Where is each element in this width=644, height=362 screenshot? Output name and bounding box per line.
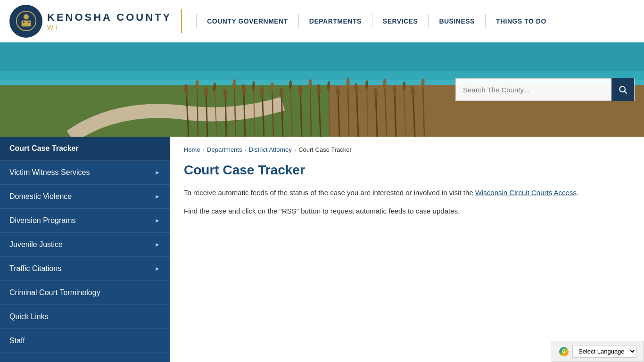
sidebar-label-domestic-violence: Domestic Violence: [9, 192, 72, 201]
sidebar-label-juvenile-justice: Juvenile Justice: [9, 240, 63, 249]
nav-departments[interactable]: DEPARTMENTS: [299, 0, 372, 42]
county-state: WI: [47, 24, 172, 31]
logo-text: KENOSHA COUNTY WI: [47, 11, 172, 31]
sidebar-item-diversion-programs[interactable]: Diversion Programs ►: [0, 209, 170, 233]
sidebar-item-victim-witness[interactable]: Victim Witness Services ►: [0, 161, 170, 185]
nav-divider-5: [557, 14, 557, 28]
sidebar-label-quick-links: Quick Links: [9, 313, 49, 321]
nav-services[interactable]: SERVICES: [372, 0, 429, 42]
chevron-right-icon: ►: [155, 241, 160, 248]
sidebar-label-court-case-tracker: Court Case Tracker: [9, 144, 79, 153]
breadcrumb-district-attorney[interactable]: District Attorney: [249, 146, 292, 153]
sidebar: Court Case Tracker Victim Witness Servic…: [0, 137, 170, 362]
sidebar-item-court-case-tracker[interactable]: Court Case Tracker: [0, 137, 170, 161]
svg-line-63: [625, 91, 627, 94]
sidebar-label-traffic-citations: Traffic Citations: [9, 264, 61, 273]
sidebar-item-criminal-court-terminology[interactable]: Criminal Court Terminology: [0, 281, 170, 305]
county-seal: [9, 5, 42, 38]
paragraph-2: Find the case and click on the "RSS" but…: [184, 206, 630, 217]
search-input[interactable]: [456, 86, 611, 94]
search-box: [455, 78, 635, 101]
svg-point-1: [24, 14, 29, 19]
sidebar-item-traffic-citations[interactable]: Traffic Citations ►: [0, 257, 170, 281]
sidebar-item-quick-links[interactable]: Quick Links: [0, 305, 170, 329]
breadcrumb-sep-3: ›: [294, 146, 296, 153]
google-g-icon: G: [559, 347, 569, 356]
sidebar-label-diversion-programs: Diversion Programs: [9, 216, 75, 225]
main-nav: COUNTY GOVERNMENT DEPARTMENTS SERVICES B…: [196, 0, 557, 42]
hero-banner: [0, 42, 644, 137]
paragraph-1-text-before: To receive automatic feeds of the status…: [184, 189, 475, 197]
breadcrumb-departments[interactable]: Departments: [207, 146, 242, 153]
svg-point-4: [28, 21, 30, 23]
chevron-right-icon: ►: [155, 193, 160, 200]
language-select[interactable]: Select Language Spanish French German Po…: [572, 345, 636, 358]
svg-point-3: [23, 21, 25, 23]
wca-link[interactable]: Wisconsin Circuit Courts Access: [475, 189, 577, 197]
translate-bar: G Select Language Spanish French German …: [552, 341, 644, 362]
chevron-right-icon: ►: [155, 169, 160, 176]
breadcrumb-sep-1: ›: [203, 146, 205, 153]
page-title: Court Case Tracker: [184, 163, 630, 178]
main-content: Home › Departments › District Attorney ›…: [170, 137, 644, 362]
chevron-right-icon: ►: [155, 217, 160, 224]
paragraph-1-text-after: .: [577, 189, 578, 197]
header: KENOSHA COUNTY WI COUNTY GOVERNMENT DEPA…: [0, 0, 644, 42]
breadcrumb-home[interactable]: Home: [184, 146, 200, 153]
logo-divider: [181, 9, 182, 33]
svg-point-62: [619, 86, 625, 92]
nav-things-to-do[interactable]: THINGS TO DO: [486, 0, 557, 42]
logo-area: KENOSHA COUNTY WI: [9, 5, 172, 38]
breadcrumb-sep-2: ›: [244, 146, 246, 153]
sidebar-item-domestic-violence[interactable]: Domestic Violence ►: [0, 185, 170, 209]
county-name: KENOSHA COUNTY: [47, 11, 172, 24]
page-body: To receive automatic feeds of the status…: [184, 187, 630, 217]
sidebar-label-victim-witness: Victim Witness Services: [9, 168, 90, 177]
svg-rect-2: [21, 21, 31, 27]
search-button[interactable]: [611, 78, 634, 101]
sidebar-item-staff[interactable]: Staff: [0, 329, 170, 353]
paragraph-1: To receive automatic feeds of the status…: [184, 187, 630, 198]
chevron-right-icon: ►: [155, 265, 160, 272]
sidebar-item-juvenile-justice[interactable]: Juvenile Justice ►: [0, 233, 170, 257]
breadcrumb-current: Court Case Tracker: [298, 146, 352, 153]
nav-county-government[interactable]: COUNTY GOVERNMENT: [197, 0, 298, 42]
content-area: Court Case Tracker Victim Witness Servic…: [0, 137, 644, 362]
nav-business[interactable]: BUSINESS: [429, 0, 485, 42]
sidebar-label-criminal-court-terminology: Criminal Court Terminology: [9, 288, 100, 297]
sidebar-label-staff: Staff: [9, 337, 25, 345]
svg-line-14: [225, 94, 226, 137]
breadcrumb: Home › Departments › District Attorney ›…: [184, 146, 630, 153]
